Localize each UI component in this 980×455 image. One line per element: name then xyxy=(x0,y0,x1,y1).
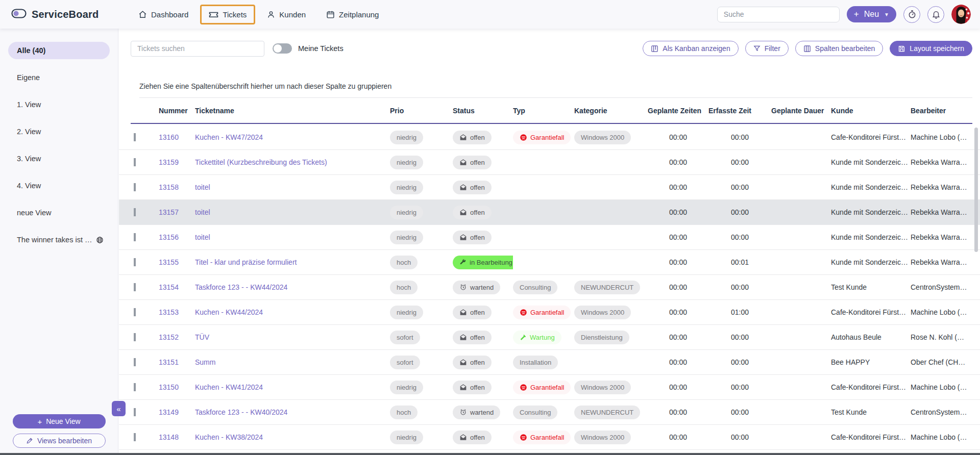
table-row[interactable]: 13159Tickettitel (Kurzbeschreibung des T… xyxy=(119,150,980,175)
ticket-number-link[interactable]: 13150 xyxy=(159,383,195,391)
ticket-number-link[interactable]: 13151 xyxy=(159,358,195,366)
recorded-time-cell: 00:00 xyxy=(708,233,771,241)
column-header-typ[interactable]: Typ xyxy=(513,107,574,115)
column-header-bearbeiter[interactable]: Bearbeiter xyxy=(911,107,972,115)
nav-item-kunden[interactable]: Kunden xyxy=(258,5,314,24)
ticket-number-link[interactable]: 13153 xyxy=(159,308,195,316)
save-layout-button[interactable]: Layout speichern xyxy=(890,41,972,56)
sidebar-view-item[interactable]: Eigene xyxy=(8,69,110,86)
ticket-name-link[interactable]: Kuchen - KW47/2024 xyxy=(195,133,390,141)
column-header-prio[interactable]: Prio xyxy=(390,107,453,115)
prio-badge: niedrig xyxy=(390,231,423,244)
ticket-number-link[interactable]: 13154 xyxy=(159,283,195,291)
table-row[interactable]: 13149Taskforce 123 - - KW40/2024hochwart… xyxy=(119,400,980,425)
nav-item-dashboard[interactable]: Dashboard xyxy=(130,5,197,24)
column-header-geplante-zeiten[interactable]: Geplante Zeiten xyxy=(648,107,708,115)
timer-button[interactable] xyxy=(903,6,920,23)
ticket-name-link[interactable]: Kuchen - KW44/2024 xyxy=(195,308,390,316)
group-by-dropzone[interactable]: Ziehen Sie eine Spaltenüberschrift hierh… xyxy=(139,74,972,98)
table-row[interactable]: 13148Kuchen - KW38/2024niedrigoffenGaran… xyxy=(119,425,980,450)
column-header-kategorie[interactable]: Kategorie xyxy=(574,107,648,115)
row-checkbox[interactable] xyxy=(134,208,136,216)
table-row[interactable]: 13154Taskforce 123 - - KW44/2024hochwart… xyxy=(119,275,980,300)
column-header-kunde[interactable]: Kunde xyxy=(831,107,911,115)
sidebar-view-item[interactable]: neue View xyxy=(8,204,110,221)
sidebar-view-item[interactable]: 2. View xyxy=(8,123,110,140)
row-checkbox[interactable] xyxy=(134,408,136,416)
new-view-button[interactable]: + Neue View xyxy=(13,414,106,428)
edit-views-button[interactable]: Views bearbeiten xyxy=(13,434,106,448)
ticket-number-link[interactable]: 13155 xyxy=(159,258,195,266)
user-avatar[interactable] xyxy=(951,5,971,24)
kanban-view-button[interactable]: Als Kanban anzeigen xyxy=(643,41,738,56)
ticket-number-link[interactable]: 13149 xyxy=(159,408,195,416)
column-header-status[interactable]: Status xyxy=(453,107,513,115)
ticket-name-link[interactable]: toitel xyxy=(195,233,390,241)
ticket-number-link[interactable]: 13157 xyxy=(159,208,195,216)
row-checkbox[interactable] xyxy=(134,158,136,166)
ticket-number-link[interactable]: 13148 xyxy=(159,433,195,441)
ticket-name-link[interactable]: TÜV xyxy=(195,333,390,341)
table-row[interactable]: 13158toitelniedrigoffen00:0000:00Kunde m… xyxy=(119,175,980,200)
toggle-track[interactable] xyxy=(273,43,292,54)
row-checkbox[interactable] xyxy=(134,283,136,291)
ticket-number-link[interactable]: 13156 xyxy=(159,233,195,241)
table-row[interactable]: 13155Titel - klar und präzise formuliert… xyxy=(119,250,980,275)
ticket-name-link[interactable]: Titel - klar und präzise formuliert xyxy=(195,258,390,266)
planned-times-cell: 00:00 xyxy=(648,383,708,391)
table-row[interactable]: 13151SummsofortoffenInstallation00:0000:… xyxy=(119,350,980,375)
table-row[interactable]: 13157toitelniedrigoffen00:0000:00Kunde m… xyxy=(119,200,980,225)
row-checkbox[interactable] xyxy=(134,433,136,441)
ticket-search-input[interactable] xyxy=(131,41,264,57)
table-row[interactable]: 13156toitelniedrigoffen00:0000:00Kunde m… xyxy=(119,225,980,250)
ticket-name-link[interactable]: toitel xyxy=(195,208,390,216)
edit-columns-button[interactable]: Spalten bearbeiten xyxy=(795,41,884,56)
table-row[interactable]: 13153Kuchen - KW44/2024niedrigoffenGaran… xyxy=(119,300,980,325)
pencil-icon xyxy=(26,437,33,444)
ticket-number-link[interactable]: 13152 xyxy=(159,333,195,341)
status-badge: offen xyxy=(453,231,492,244)
notifications-button[interactable] xyxy=(927,6,944,23)
row-checkbox[interactable] xyxy=(134,258,136,266)
sidebar-collapse-button[interactable]: « xyxy=(112,401,126,416)
column-header-erfasste-zeit[interactable]: Erfasste Zeit xyxy=(708,107,771,115)
nav-item-zeitplanung[interactable]: Zeitplanung xyxy=(317,5,387,24)
row-checkbox[interactable] xyxy=(134,133,136,141)
ticket-name-link[interactable]: Taskforce 123 - - KW44/2024 xyxy=(195,283,390,291)
new-button[interactable]: + Neu ▼ xyxy=(847,6,896,22)
assignee-cell: Rebekka Warra… xyxy=(911,208,972,216)
sidebar-view-item[interactable]: 4. View xyxy=(8,177,110,194)
horizontal-scrollbar[interactable] xyxy=(0,453,980,455)
my-tickets-toggle[interactable]: Meine Tickets xyxy=(273,43,344,54)
global-search-input[interactable] xyxy=(717,7,840,22)
sidebar-view-item[interactable]: The winner takes ist … xyxy=(8,231,110,248)
ticket-name-link[interactable]: Kuchen - KW38/2024 xyxy=(195,433,390,441)
sidebar-view-item[interactable]: Alle (40) xyxy=(8,42,110,59)
row-checkbox[interactable] xyxy=(134,308,136,316)
row-checkbox[interactable] xyxy=(134,333,136,341)
ticket-number-link[interactable]: 13160 xyxy=(159,133,195,141)
ticket-name-link[interactable]: Tickettitel (Kurzbeschreibung des Ticket… xyxy=(195,158,390,166)
nav-item-tickets[interactable]: Tickets xyxy=(200,5,255,24)
sidebar-view-item[interactable]: 3. View xyxy=(8,150,110,167)
column-header-ticketname[interactable]: Ticketname xyxy=(195,107,390,115)
sidebar-view-item[interactable]: 1. View xyxy=(8,96,110,113)
ticket-name-link[interactable]: Kuchen - KW41/2024 xyxy=(195,383,390,391)
row-checkbox[interactable] xyxy=(134,183,136,191)
ticket-number-link[interactable]: 13158 xyxy=(159,183,195,191)
row-checkbox[interactable] xyxy=(134,233,136,241)
ticket-number-link[interactable]: 13159 xyxy=(159,158,195,166)
ticket-name-link[interactable]: Summ xyxy=(195,358,390,366)
ticket-name-link[interactable]: toitel xyxy=(195,183,390,191)
type-badge: Garantiefall xyxy=(513,431,571,444)
table-row[interactable]: 13160Kuchen - KW47/2024niedrigoffenGaran… xyxy=(119,125,980,150)
table-row[interactable]: 13152TÜVsofortoffenWartungDienstleistung… xyxy=(119,325,980,350)
table-row[interactable]: 13150Kuchen - KW41/2024niedrigoffenGaran… xyxy=(119,375,980,400)
row-checkbox[interactable] xyxy=(134,358,136,366)
column-header-nummer[interactable]: Nummer xyxy=(159,107,195,115)
row-checkbox[interactable] xyxy=(134,383,136,391)
vertical-scrollbar[interactable] xyxy=(974,128,978,252)
filter-button[interactable]: Filter xyxy=(745,41,789,56)
column-header-geplante-dauer[interactable]: Geplante Dauer xyxy=(771,107,831,115)
ticket-name-link[interactable]: Taskforce 123 - - KW40/2024 xyxy=(195,408,390,416)
